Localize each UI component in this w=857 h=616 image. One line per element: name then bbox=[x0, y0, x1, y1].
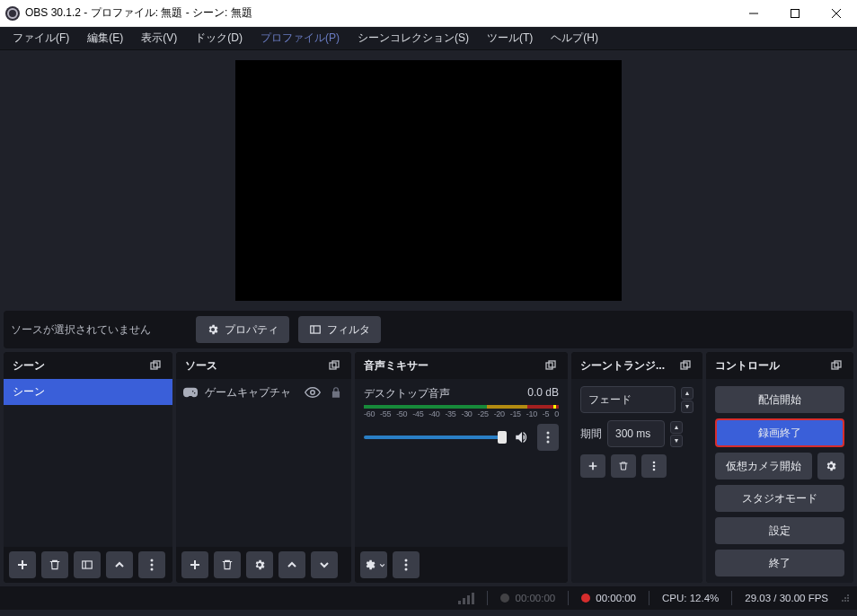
cpu-status: CPU: 12.4% bbox=[662, 593, 719, 603]
source-item[interactable]: ゲームキャプチャ bbox=[176, 379, 351, 406]
start-streaming-button[interactable]: 配信開始 bbox=[715, 386, 844, 413]
remove-transition-button[interactable] bbox=[611, 454, 636, 478]
menu-edit[interactable]: 編集(E) bbox=[79, 27, 131, 49]
move-scene-up-button[interactable] bbox=[106, 551, 133, 578]
remove-scene-button[interactable] bbox=[41, 551, 68, 578]
gear-icon bbox=[207, 323, 219, 336]
add-source-button[interactable] bbox=[181, 551, 208, 578]
properties-button-label: プロパティ bbox=[225, 322, 278, 338]
menu-dock[interactable]: ドック(D) bbox=[187, 27, 251, 49]
record-dot-icon bbox=[581, 594, 590, 603]
controls-title: コントロール bbox=[715, 358, 828, 374]
popout-icon[interactable] bbox=[147, 357, 163, 374]
fps-status: 29.03 / 30.00 FPS bbox=[745, 593, 828, 603]
no-source-label: ソースが選択されていません bbox=[11, 322, 189, 338]
minimize-button[interactable] bbox=[733, 0, 774, 27]
svg-rect-4 bbox=[311, 326, 321, 333]
svg-point-27 bbox=[405, 568, 408, 571]
channel-level: 0.0 dB bbox=[527, 386, 559, 401]
virtual-camera-settings-button[interactable] bbox=[817, 453, 844, 480]
exit-button[interactable]: 終了 bbox=[715, 550, 844, 576]
popout-icon[interactable] bbox=[828, 357, 844, 374]
preview-area bbox=[0, 50, 857, 311]
svg-point-17 bbox=[311, 391, 315, 395]
menu-tools[interactable]: ツール(T) bbox=[479, 27, 541, 49]
svg-point-25 bbox=[405, 559, 408, 562]
menu-profile[interactable]: プロファイル(P) bbox=[252, 27, 348, 49]
docks-row: シーン シーン ソース ゲームキャプチャ bbox=[0, 352, 857, 583]
mixer-dock: 音声ミキサー デスクトップ音声 0.0 dB -60-55-50-45-40-3… bbox=[355, 352, 568, 583]
move-source-down-button[interactable] bbox=[311, 551, 338, 578]
mixer-menu-button[interactable] bbox=[393, 551, 420, 578]
properties-button[interactable]: プロパティ bbox=[196, 316, 289, 343]
scene-item[interactable]: シーン bbox=[4, 379, 172, 405]
title-bar: OBS 30.1.2 - プロファイル: 無題 - シーン: 無題 bbox=[0, 0, 857, 27]
svg-point-26 bbox=[405, 564, 408, 567]
scene-menu-button[interactable] bbox=[138, 551, 165, 578]
svg-rect-1 bbox=[791, 9, 800, 17]
svg-point-24 bbox=[547, 441, 550, 444]
menu-help[interactable]: ヘルプ(H) bbox=[543, 27, 606, 49]
source-properties-button[interactable] bbox=[246, 551, 273, 578]
transition-menu-button[interactable] bbox=[641, 454, 667, 478]
stream-status: 00:00:00 bbox=[500, 593, 555, 603]
mixer-title: 音声ミキサー bbox=[364, 358, 543, 374]
svg-point-12 bbox=[151, 559, 154, 562]
speaker-icon[interactable] bbox=[514, 429, 530, 445]
svg-point-42 bbox=[847, 600, 849, 602]
slider-thumb[interactable] bbox=[498, 431, 507, 444]
scenes-title: シーン bbox=[13, 358, 147, 374]
start-virtual-camera-button[interactable]: 仮想カメラ開始 bbox=[715, 453, 812, 480]
maximize-button[interactable] bbox=[774, 0, 816, 27]
gamepad-icon bbox=[183, 387, 198, 398]
meter-ticks: -60-55-50-45-40-35-30-25-20-15-10-50 bbox=[364, 409, 559, 418]
menu-view[interactable]: 表示(V) bbox=[133, 27, 185, 49]
filters-button-label: フィルタ bbox=[327, 322, 370, 338]
source-context-bar: ソースが選択されていません プロパティ フィルタ bbox=[4, 311, 853, 348]
lock-icon[interactable] bbox=[328, 384, 344, 400]
chevron-down-icon[interactable]: ▼ bbox=[670, 435, 683, 447]
visibility-icon[interactable] bbox=[305, 384, 321, 400]
scenes-dock: シーン シーン bbox=[4, 352, 172, 583]
svg-point-32 bbox=[653, 462, 656, 464]
chevron-up-icon[interactable]: ▲ bbox=[670, 421, 683, 434]
resize-grip-icon[interactable] bbox=[841, 594, 850, 603]
close-button[interactable] bbox=[816, 0, 857, 27]
stop-recording-button[interactable]: 録画終了 bbox=[715, 418, 844, 447]
mixer-settings-button[interactable] bbox=[360, 551, 387, 578]
status-bar: 00:00:00 00:00:00 CPU: 12.4% 29.03 / 30.… bbox=[0, 586, 857, 610]
transition-select[interactable]: フェード bbox=[580, 386, 676, 413]
popout-icon[interactable] bbox=[326, 357, 342, 374]
studio-mode-button[interactable]: スタジオモード bbox=[715, 485, 844, 512]
duration-label: 期間 bbox=[580, 427, 602, 442]
controls-dock: コントロール 配信開始 録画終了 仮想カメラ開始 スタジオモード 設定 終了 bbox=[706, 352, 853, 583]
remove-source-button[interactable] bbox=[214, 551, 241, 578]
transitions-dock: シーントランジ... フェード ▲ ▼ 期間 300 ms ▲ ▼ bbox=[571, 352, 702, 583]
sources-title: ソース bbox=[185, 358, 326, 374]
svg-point-37 bbox=[847, 594, 849, 596]
menu-file[interactable]: ファイル(F) bbox=[4, 27, 77, 49]
add-scene-button[interactable] bbox=[9, 551, 36, 578]
svg-point-40 bbox=[842, 600, 844, 602]
sources-dock: ソース ゲームキャプチャ bbox=[176, 352, 351, 583]
preview-canvas[interactable] bbox=[235, 60, 622, 301]
menu-scene-collection[interactable]: シーンコレクション(S) bbox=[349, 27, 477, 49]
channel-menu-button[interactable] bbox=[537, 424, 559, 451]
menu-bar: ファイル(F) 編集(E) 表示(V) ドック(D) プロファイル(P) シーン… bbox=[0, 27, 857, 50]
svg-rect-10 bbox=[83, 561, 93, 568]
move-source-up-button[interactable] bbox=[278, 551, 305, 578]
source-name: ゲームキャプチャ bbox=[205, 385, 297, 400]
volume-slider[interactable] bbox=[364, 436, 507, 439]
popout-icon[interactable] bbox=[677, 357, 694, 374]
chevron-down-icon[interactable]: ▼ bbox=[681, 400, 694, 413]
chevron-up-icon[interactable]: ▲ bbox=[681, 387, 694, 400]
filters-button[interactable]: フィルタ bbox=[298, 316, 381, 343]
scene-filters-button[interactable] bbox=[74, 551, 101, 578]
svg-point-38 bbox=[844, 597, 846, 599]
popout-icon[interactable] bbox=[543, 357, 559, 374]
svg-point-23 bbox=[547, 436, 550, 439]
network-bars-icon bbox=[458, 593, 474, 604]
add-transition-button[interactable] bbox=[580, 454, 605, 478]
settings-button[interactable]: 設定 bbox=[715, 517, 844, 544]
duration-input[interactable]: 300 ms bbox=[607, 420, 665, 447]
